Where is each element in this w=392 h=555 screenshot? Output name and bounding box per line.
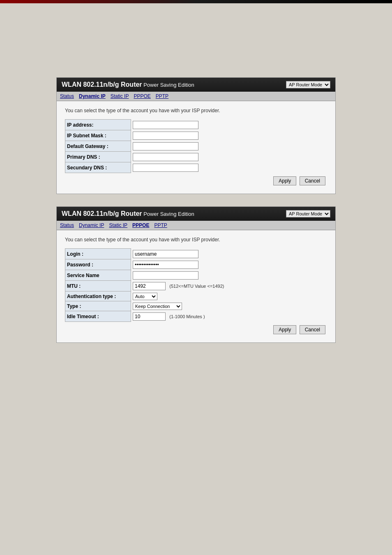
panel-1-form: IP address: IP Subnet Mask : Default Gat… [65,119,327,173]
field-auth-type: Authentication type : Auto PAP CHAP [65,291,327,301]
label-type: Type : [65,301,131,311]
panel-1-title-normal: Power Saving Edition [142,82,194,88]
panel-2-mode-select[interactable]: AP Router Mode Client Mode [286,210,330,217]
nav-1-pptp[interactable]: PPTP [156,93,168,99]
nav-2-static-ip[interactable]: Static IP [109,222,127,228]
nav-1-static-ip[interactable]: Static IP [111,93,129,99]
input-ip-address-cell [131,120,327,130]
field-mtu: MTU : (512<=MTU Value <=1492) [65,281,327,291]
input-service-cell [131,270,327,281]
panel-1-button-row: Apply Cancel [65,173,327,187]
panel-2-nav: Status Dynamic IP Static IP PPPOE PPTP [57,221,335,230]
input-mtu[interactable] [133,282,166,290]
panel-2-form: Login : Password : Service Name [65,248,327,322]
panel-2-title: WLAN 802.11n/b/g Router Power Saving Edi… [62,210,194,217]
field-idle-timeout: Idle Timeout : (1-1000 Minutes ) [65,311,327,322]
panel-2-title-bold: WLAN 802.11n/b/g Router [62,210,142,217]
top-bar [0,0,392,3]
label-auth-type: Authentication type : [65,291,131,301]
field-secondary-dns: Secundary DNS : [65,162,327,173]
input-password[interactable] [133,261,198,269]
nav-1-status[interactable]: Status [60,93,74,99]
field-ip-address: IP address: [65,120,327,130]
input-service[interactable] [133,271,198,280]
panel-1-mode[interactable]: AP Router Mode Client Mode [286,81,330,88]
field-type: Type : Keep Connection On Demand Manual [65,301,327,311]
panel-2-description: You can select the type of the account y… [65,237,327,243]
panel-1-apply-button[interactable]: Apply [273,176,296,185]
panel-2-title-normal: Power Saving Edition [142,211,194,217]
panel-2: WLAN 802.11n/b/g Router Power Saving Edi… [56,206,336,343]
panel-1-nav: Status Dynamic IP Static IP PPPOE PPTP [57,92,335,101]
label-gateway: Default Gateway : [65,141,131,152]
input-mtu-cell: (512<=MTU Value <=1492) [131,281,327,291]
label-idle-timeout: Idle Timeout : [65,311,131,322]
panel-2-apply-button[interactable]: Apply [273,325,296,334]
field-password: Password : [65,259,327,270]
panel-1-header: WLAN 802.11n/b/g Router Power Saving Edi… [57,78,335,92]
input-subnet-cell [131,130,327,141]
input-gateway[interactable] [133,142,198,150]
panel-1-title: WLAN 802.11n/b/g Router Power Saving Edi… [62,81,194,88]
input-secondary-dns[interactable] [133,164,198,172]
input-primary-dns[interactable] [133,153,198,161]
panel-1: WLAN 802.11n/b/g Router Power Saving Edi… [56,77,336,194]
input-password-cell [131,259,327,270]
label-ip-address: IP address: [65,120,131,130]
panel-2-button-row: Apply Cancel [65,322,327,336]
input-ip-address[interactable] [133,121,198,129]
input-primary-dns-cell [131,152,327,162]
input-type-cell: Keep Connection On Demand Manual [131,301,327,311]
input-gateway-cell [131,141,327,152]
panel-2-body: You can select the type of the account y… [57,230,335,342]
nav-2-dynamic-ip[interactable]: Dynamic IP [79,222,104,228]
nav-2-pppoe[interactable]: PPPOE [132,222,149,228]
field-subnet: IP Subnet Mask : [65,130,327,141]
nav-2-status[interactable]: Status [60,222,74,228]
input-secondary-dns-cell [131,162,327,173]
type-select[interactable]: Keep Connection On Demand Manual [133,303,182,310]
panel-1-cancel-button[interactable]: Cancel [300,176,325,185]
panel-1-mode-select[interactable]: AP Router Mode Client Mode [286,81,330,88]
label-mtu: MTU : [65,281,131,291]
input-login[interactable] [133,250,198,258]
mtu-hint: (512<=MTU Value <=1492) [169,284,224,289]
field-service: Service Name [65,270,327,281]
input-auth-cell: Auto PAP CHAP [131,291,327,301]
field-primary-dns: Primary DNS : [65,152,327,162]
nav-2-pptp[interactable]: PPTP [154,222,167,228]
label-password: Password : [65,259,131,270]
panel-2-header: WLAN 802.11n/b/g Router Power Saving Edi… [57,207,335,221]
panel-1-body: You can select the type of the account y… [57,101,335,194]
label-login: Login : [65,249,131,259]
input-idle-cell: (1-1000 Minutes ) [131,311,327,322]
label-service: Service Name [65,270,131,281]
label-primary-dns: Primary DNS : [65,152,131,162]
field-login: Login : [65,249,327,259]
idle-hint: (1-1000 Minutes ) [169,314,205,319]
label-subnet: IP Subnet Mask : [65,130,131,141]
input-idle[interactable] [133,312,166,321]
nav-1-dynamic-ip[interactable]: Dynamic IP [79,93,106,99]
panel-1-title-bold: WLAN 802.11n/b/g Router [62,81,142,88]
input-subnet[interactable] [133,132,198,140]
panel-2-cancel-button[interactable]: Cancel [300,325,325,334]
field-gateway: Default Gateway : [65,141,327,152]
panel-1-description: You can select the type of the account y… [65,108,327,113]
label-secondary-dns: Secundary DNS : [65,162,131,173]
input-login-cell [131,249,327,259]
auth-type-select[interactable]: Auto PAP CHAP [133,293,157,300]
nav-1-pppoe[interactable]: PPPOE [134,93,150,99]
panel-2-mode[interactable]: AP Router Mode Client Mode [286,210,330,217]
